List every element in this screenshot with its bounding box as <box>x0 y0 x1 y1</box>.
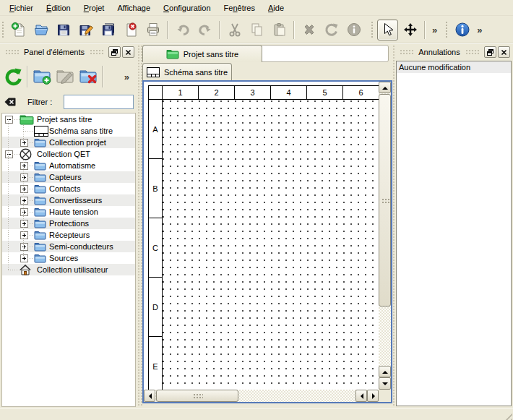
redo-button[interactable] <box>194 20 215 40</box>
scroll-left-button[interactable] <box>144 390 155 402</box>
toolbar-handle[interactable] <box>445 20 449 39</box>
tree-item-collection-projet[interactable]: Collection projet <box>2 137 135 148</box>
reload-collections-button[interactable] <box>1 65 25 88</box>
element-information-icon <box>346 22 362 38</box>
splitter-left[interactable] <box>137 45 142 407</box>
toolbar-overflow-button[interactable]: » <box>473 25 486 35</box>
menu-fenetres[interactable]: Fenêtres <box>217 1 262 14</box>
rotate-button[interactable] <box>321 20 342 40</box>
move-mode-button[interactable] <box>400 20 421 40</box>
tree-item-protections[interactable]: Protections <box>2 218 135 229</box>
paste-button[interactable] <box>269 20 290 40</box>
tree-item-convertisseurs[interactable]: Convertisseurs <box>2 194 135 206</box>
tree-guide <box>27 235 33 236</box>
diagram-tabbar: Schéma sans titre <box>142 63 389 80</box>
scroll-up-button[interactable] <box>379 82 391 93</box>
tab-projet-sans-titre[interactable]: Projet sans titre <box>142 45 262 62</box>
toolbar-handle[interactable] <box>1 20 5 39</box>
tree-item-contacts[interactable]: Contacts <box>2 183 135 194</box>
menu-edition[interactable]: Édition <box>40 1 77 14</box>
toolbar-overflow-button[interactable]: » <box>428 25 441 35</box>
column-header-3: 3 <box>234 85 271 100</box>
tree-item-automatisme[interactable]: Automatisme <box>2 160 135 171</box>
scroll-down-button[interactable] <box>379 377 391 390</box>
tools-toolbar-group <box>376 20 421 40</box>
vertical-scrollbar[interactable] <box>379 82 391 390</box>
tree-item-recepteurs[interactable]: Récepteurs <box>2 229 135 241</box>
horizontal-scrollbar[interactable] <box>144 390 391 402</box>
close-document-button[interactable] <box>120 20 141 40</box>
blue-folder-icon <box>34 196 46 205</box>
scroll-left-button[interactable] <box>355 390 367 402</box>
tree-item-label: Collection projet <box>47 138 106 147</box>
dock-grip[interactable] <box>90 49 103 55</box>
edit-category-button[interactable] <box>53 65 77 88</box>
diagram-scene[interactable]: 123456ABCDE <box>144 82 379 390</box>
tree-item-semi-conducteurs[interactable]: Semi-conducteurs <box>2 241 135 252</box>
elements-panel-title: Panel d'éléments <box>22 48 86 56</box>
save-button[interactable] <box>53 20 74 40</box>
tree-item-label: Projet sans titre <box>35 115 92 124</box>
project-folder-icon <box>166 49 179 59</box>
dock-grip[interactable] <box>5 49 19 55</box>
open-document-button[interactable] <box>30 20 51 40</box>
about-information-button[interactable] <box>452 20 473 40</box>
delete-category-button[interactable] <box>77 65 100 88</box>
panel-toolbar-overflow-button[interactable]: » <box>121 72 133 82</box>
save-as-button[interactable] <box>75 20 96 40</box>
element-information-button[interactable] <box>343 20 364 40</box>
scroll-right-button[interactable] <box>367 390 379 402</box>
window-resize-grip[interactable] <box>503 411 512 420</box>
toolbar-separator <box>424 21 426 39</box>
tree-item-label: Sources <box>47 254 78 262</box>
tree-guide <box>23 131 33 132</box>
cut-button[interactable] <box>224 20 245 40</box>
filter-input[interactable] <box>64 95 134 109</box>
float-dock-button[interactable] <box>484 46 496 58</box>
close-dock-button[interactable] <box>122 46 134 58</box>
undo-icon <box>175 22 191 38</box>
tree-item-schema-sans-titre[interactable]: Schéma sans titre <box>2 125 135 137</box>
menu-aide[interactable]: Aide <box>262 1 290 14</box>
column-header-2: 2 <box>198 85 235 100</box>
print-icon <box>145 22 161 38</box>
delete-button[interactable] <box>298 20 319 40</box>
tab-label: Projet sans titre <box>184 50 238 59</box>
close-dock-button[interactable] <box>498 46 510 58</box>
tree-item-projet-sans-titre[interactable]: Projet sans titre <box>2 113 135 125</box>
diagram-sheet-icon <box>147 67 160 77</box>
dock-grip[interactable] <box>465 49 479 55</box>
copy-button[interactable] <box>246 20 267 40</box>
tree-item-haute-tension[interactable]: Haute tension <box>2 206 135 218</box>
horizontal-scroll-thumb[interactable] <box>156 390 238 402</box>
dock-grip[interactable] <box>400 49 413 55</box>
new-category-button[interactable] <box>30 65 53 88</box>
scroll-up-button[interactable] <box>379 366 391 377</box>
diagram-view[interactable]: 123456ABCDE <box>142 80 392 403</box>
tree-item-sources[interactable]: Sources <box>2 252 135 264</box>
tab-label: Schéma sans titre <box>164 68 228 77</box>
float-dock-button[interactable] <box>108 46 121 58</box>
vertical-scroll-thumb[interactable] <box>379 94 391 307</box>
undo-history-item[interactable]: Aucune modification <box>397 61 511 73</box>
toolbar-handle[interactable] <box>371 20 374 39</box>
save-all-button[interactable] <box>98 20 118 40</box>
undo-button[interactable] <box>172 20 193 40</box>
selection-arrow-button[interactable] <box>377 20 398 40</box>
blue-folder-icon <box>34 173 46 182</box>
menu-projet[interactable]: Projet <box>77 1 111 14</box>
tree-item-label: Convertisseurs <box>47 196 102 205</box>
menu-affichage[interactable]: Affichage <box>111 1 157 14</box>
tree-item-collection-qet[interactable]: Collection QET <box>2 148 135 160</box>
clear-filter-icon[interactable] <box>4 95 17 110</box>
blue-folder-icon <box>34 231 46 240</box>
menu-configuration[interactable]: Configuration <box>157 1 217 14</box>
about-information-icon <box>454 22 470 38</box>
tab-schema-sans-titre[interactable]: Schéma sans titre <box>142 63 232 80</box>
tree-item-collection-utilisateur[interactable]: Collection utilisateur <box>2 264 135 275</box>
menu-fichier[interactable]: Fichier <box>3 1 40 14</box>
new-document-button[interactable] <box>8 20 29 40</box>
print-button[interactable] <box>142 20 163 40</box>
elements-panel-titlebar: Panel d'éléments <box>1 46 136 59</box>
tree-item-capteurs[interactable]: Capteurs <box>2 171 135 183</box>
